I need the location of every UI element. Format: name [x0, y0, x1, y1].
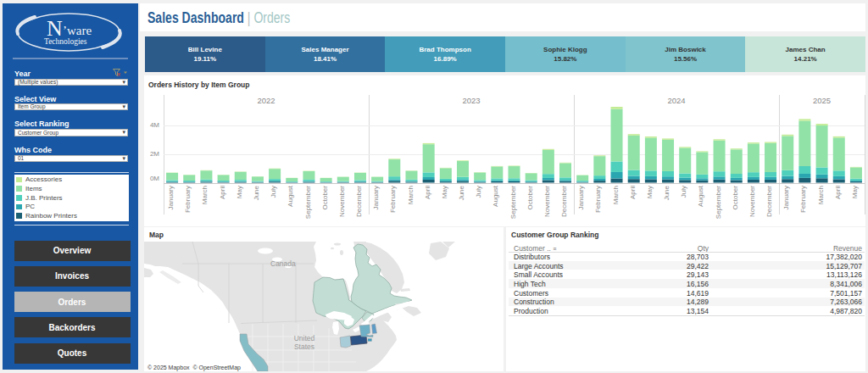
svg-text:Technologies: Technologies [44, 37, 87, 46]
svg-text:’ware: ’ware [63, 24, 92, 37]
